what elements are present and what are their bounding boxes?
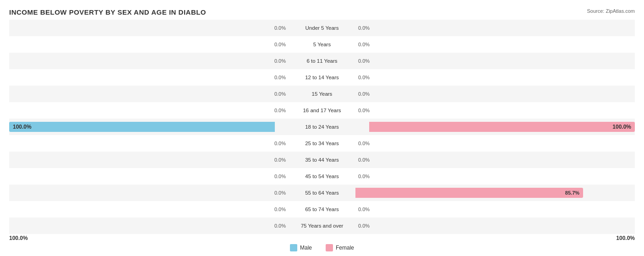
- right-bar-area: 0.0%: [355, 152, 635, 168]
- male-bar: 100.0%: [9, 122, 275, 132]
- male-value: 0.0%: [269, 42, 286, 47]
- female-value-text: 0.0%: [358, 108, 375, 113]
- left-bar-area: 0.0%: [9, 69, 289, 86]
- left-bar-area: 0.0%: [9, 218, 289, 234]
- bottom-right-value: 100.0%: [616, 235, 635, 241]
- right-bar-area: 0.0%: [355, 135, 635, 152]
- rows-container: 0.0% Under 5 Years 0.0% 0.0% 5 Years 0.0…: [9, 20, 635, 234]
- legend: Male Female: [9, 244, 635, 251]
- male-value: 0.0%: [269, 108, 286, 113]
- male-value: 0.0%: [269, 174, 286, 179]
- table-row: 0.0% 5 Years 0.0%: [9, 36, 635, 53]
- female-value-text: 0.0%: [358, 174, 375, 179]
- table-row: 0.0% 65 to 74 Years 0.0%: [9, 201, 635, 218]
- right-bar-area: 0.0%: [355, 86, 635, 102]
- right-bar-area: 0.0%: [355, 102, 635, 119]
- left-bar-area: 0.0%: [9, 102, 289, 119]
- table-row: 100.0% 18 to 24 Years 100.0%: [9, 119, 635, 135]
- row-label: 18 to 24 Years: [289, 124, 355, 130]
- right-bar-area: 0.0%: [355, 53, 635, 69]
- row-label: 12 to 14 Years: [289, 75, 355, 80]
- male-value: 0.0%: [269, 190, 286, 196]
- legend-male: Male: [290, 244, 312, 251]
- legend-female-box: [326, 244, 333, 251]
- table-row: 0.0% 6 to 11 Years 0.0%: [9, 53, 635, 69]
- male-value: 0.0%: [269, 157, 286, 163]
- male-value: 0.0%: [269, 207, 286, 212]
- right-bar-area: 0.0%: [355, 168, 635, 185]
- legend-female: Female: [326, 244, 354, 251]
- table-row: 0.0% 15 Years 0.0%: [9, 86, 635, 102]
- table-row: 0.0% 75 Years and over 0.0%: [9, 218, 635, 234]
- table-row: 0.0% 45 to 54 Years 0.0%: [9, 168, 635, 185]
- female-value-text: 0.0%: [358, 75, 375, 80]
- right-bar-area: 0.0%: [355, 201, 635, 218]
- female-value-text: 0.0%: [358, 157, 375, 163]
- source-label: Source: ZipAtlas.com: [587, 8, 635, 14]
- female-value: 85.7%: [565, 190, 579, 196]
- row-label: Under 5 Years: [289, 25, 355, 31]
- female-value-text: 0.0%: [358, 58, 375, 64]
- female-value-text: 0.0%: [358, 42, 375, 47]
- right-bar-area: 0.0%: [355, 36, 635, 53]
- row-label: 15 Years: [289, 91, 355, 97]
- male-value: 0.0%: [269, 91, 286, 97]
- female-value-text: 0.0%: [358, 25, 375, 31]
- female-value-text: 0.0%: [358, 91, 375, 97]
- male-value: 100.0%: [13, 124, 32, 130]
- female-value: 100.0%: [612, 124, 631, 130]
- male-value: 0.0%: [269, 141, 286, 146]
- legend-female-label: Female: [336, 245, 354, 251]
- male-value: 0.0%: [269, 58, 286, 64]
- female-value-text: 0.0%: [358, 141, 375, 146]
- chart-container: INCOME BELOW POVERTY BY SEX AND AGE IN D…: [0, 0, 644, 256]
- row-label: 65 to 74 Years: [289, 207, 355, 212]
- row-label: 45 to 54 Years: [289, 174, 355, 179]
- right-bar-area: 0.0%: [355, 20, 635, 36]
- left-bar-area: 0.0%: [9, 201, 289, 218]
- table-row: 0.0% 12 to 14 Years 0.0%: [9, 69, 635, 86]
- male-value: 0.0%: [269, 75, 286, 80]
- table-row: 0.0% 16 and 17 Years 0.0%: [9, 102, 635, 119]
- row-label: 5 Years: [289, 42, 355, 47]
- male-value: 0.0%: [269, 25, 286, 31]
- row-label: 6 to 11 Years: [289, 58, 355, 64]
- legend-male-label: Male: [300, 245, 312, 251]
- right-bar-area: 0.0%: [355, 218, 635, 234]
- female-bar: 85.7%: [355, 188, 583, 198]
- left-bar-area: 0.0%: [9, 152, 289, 168]
- left-bar-area: 0.0%: [9, 53, 289, 69]
- table-row: 0.0% 55 to 64 Years 85.7%: [9, 185, 635, 201]
- left-bar-area: 0.0%: [9, 36, 289, 53]
- table-row: 0.0% 25 to 34 Years 0.0%: [9, 135, 635, 152]
- left-bar-area: 0.0%: [9, 185, 289, 201]
- female-value-text: 0.0%: [358, 207, 375, 212]
- male-value: 0.0%: [269, 223, 286, 229]
- female-bar: 100.0%: [369, 122, 635, 132]
- right-bar-area: 0.0%: [355, 69, 635, 86]
- bottom-left-value: 100.0%: [9, 235, 28, 241]
- legend-male-box: [290, 244, 297, 251]
- table-row: 0.0% Under 5 Years 0.0%: [9, 20, 635, 36]
- left-bar-area: 0.0%: [9, 168, 289, 185]
- row-label: 55 to 64 Years: [289, 190, 355, 196]
- chart-title: INCOME BELOW POVERTY BY SEX AND AGE IN D…: [9, 8, 635, 16]
- left-bar-area: 0.0%: [9, 135, 289, 152]
- left-bar-area: 0.0%: [9, 86, 289, 102]
- female-value-text: 0.0%: [358, 223, 375, 229]
- row-label: 16 and 17 Years: [289, 108, 355, 113]
- row-label: 25 to 34 Years: [289, 141, 355, 146]
- row-label: 75 Years and over: [289, 223, 355, 229]
- row-label: 35 to 44 Years: [289, 157, 355, 163]
- left-bar-area: 0.0%: [9, 20, 289, 36]
- bottom-values: 100.0% 100.0%: [9, 235, 635, 241]
- table-row: 0.0% 35 to 44 Years 0.0%: [9, 152, 635, 168]
- right-bar-area: 85.7%: [355, 185, 635, 201]
